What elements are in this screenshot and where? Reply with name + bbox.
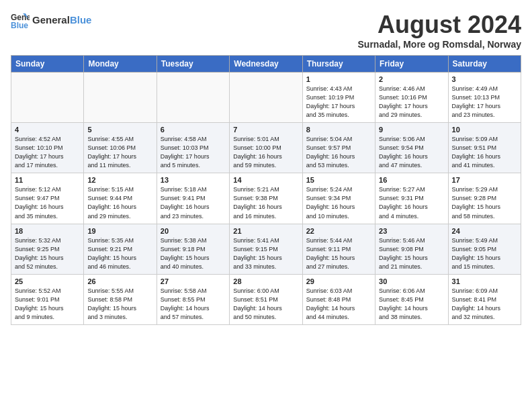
day-info: Sunrise: 5:52 AM Sunset: 9:01 PM Dayligh… [15, 287, 80, 322]
logo-icon: General Blue [11, 11, 30, 30]
calendar-week-row: 18Sunrise: 5:32 AM Sunset: 9:25 PM Dayli… [11, 224, 521, 274]
day-number: 18 [15, 227, 80, 235]
day-info: Sunrise: 5:04 AM Sunset: 9:57 PM Dayligh… [306, 135, 371, 170]
day-number: 17 [452, 176, 517, 184]
day-info: Sunrise: 6:03 AM Sunset: 8:48 PM Dayligh… [306, 287, 371, 322]
day-number: 19 [87, 227, 152, 235]
table-row: 9Sunrise: 5:06 AM Sunset: 9:54 PM Daylig… [375, 123, 448, 173]
day-number: 4 [15, 126, 80, 134]
table-row: 10Sunrise: 5:09 AM Sunset: 9:51 PM Dayli… [448, 123, 521, 173]
day-info: Sunrise: 5:27 AM Sunset: 9:31 PM Dayligh… [379, 185, 444, 220]
table-row: 24Sunrise: 5:49 AM Sunset: 9:05 PM Dayli… [448, 224, 521, 274]
day-number: 22 [306, 227, 371, 235]
day-info: Sunrise: 5:06 AM Sunset: 9:54 PM Dayligh… [379, 135, 444, 170]
day-number: 27 [161, 277, 226, 285]
day-info: Sunrise: 4:52 AM Sunset: 10:10 PM Daylig… [15, 135, 80, 170]
table-row: 5Sunrise: 4:55 AM Sunset: 10:06 PM Dayli… [84, 123, 157, 173]
header-tuesday: Tuesday [157, 56, 229, 73]
day-number: 29 [306, 277, 371, 285]
calendar-week-row: 11Sunrise: 5:12 AM Sunset: 9:47 PM Dayli… [11, 173, 521, 224]
day-info: Sunrise: 6:06 AM Sunset: 8:45 PM Dayligh… [379, 287, 444, 322]
day-number: 3 [452, 75, 517, 83]
day-number: 28 [233, 277, 298, 285]
day-number: 5 [87, 126, 152, 134]
table-row: 1Sunrise: 4:43 AM Sunset: 10:19 PM Dayli… [302, 73, 375, 123]
table-row: 15Sunrise: 5:24 AM Sunset: 9:34 PM Dayli… [302, 173, 375, 224]
table-row [230, 73, 302, 123]
table-row: 4Sunrise: 4:52 AM Sunset: 10:10 PM Dayli… [11, 123, 84, 173]
table-row [157, 73, 229, 123]
table-row: 22Sunrise: 5:44 AM Sunset: 9:11 PM Dayli… [302, 224, 375, 274]
day-info: Sunrise: 5:09 AM Sunset: 9:51 PM Dayligh… [452, 135, 517, 170]
table-row: 3Sunrise: 4:49 AM Sunset: 10:13 PM Dayli… [448, 73, 521, 123]
day-number: 31 [452, 277, 517, 285]
day-info: Sunrise: 5:29 AM Sunset: 9:28 PM Dayligh… [452, 185, 517, 220]
table-row: 26Sunrise: 5:55 AM Sunset: 8:58 PM Dayli… [84, 274, 157, 324]
table-row: 29Sunrise: 6:03 AM Sunset: 8:48 PM Dayli… [302, 274, 375, 324]
day-info: Sunrise: 5:46 AM Sunset: 9:08 PM Dayligh… [379, 236, 444, 271]
header-friday: Friday [375, 56, 448, 73]
day-number: 7 [233, 126, 298, 134]
day-number: 8 [306, 126, 371, 134]
day-number: 25 [15, 277, 80, 285]
day-number: 20 [161, 227, 226, 235]
day-info: Sunrise: 6:00 AM Sunset: 8:51 PM Dayligh… [233, 287, 298, 322]
day-number: 14 [233, 176, 298, 184]
table-row: 23Sunrise: 5:46 AM Sunset: 9:08 PM Dayli… [375, 224, 448, 274]
header-monday: Monday [84, 56, 157, 73]
day-number: 21 [233, 227, 298, 235]
day-number: 1 [306, 75, 371, 83]
calendar-table: Sunday Monday Tuesday Wednesday Thursday… [11, 55, 521, 325]
logo-general: General [32, 14, 70, 26]
day-number: 12 [87, 176, 152, 184]
table-row: 20Sunrise: 5:38 AM Sunset: 9:18 PM Dayli… [157, 224, 229, 274]
table-row: 19Sunrise: 5:35 AM Sunset: 9:21 PM Dayli… [84, 224, 157, 274]
table-row: 28Sunrise: 6:00 AM Sunset: 8:51 PM Dayli… [230, 274, 302, 324]
day-number: 24 [452, 227, 517, 235]
logo-blue: Blue [70, 14, 92, 26]
day-info: Sunrise: 5:21 AM Sunset: 9:38 PM Dayligh… [233, 185, 298, 220]
header: General Blue GeneralBlue August 2024 Sur… [11, 11, 521, 50]
header-saturday: Saturday [448, 56, 521, 73]
day-number: 13 [161, 176, 226, 184]
table-row: 31Sunrise: 6:09 AM Sunset: 8:41 PM Dayli… [448, 274, 521, 324]
day-info: Sunrise: 4:49 AM Sunset: 10:13 PM Daylig… [452, 85, 517, 120]
day-info: Sunrise: 4:55 AM Sunset: 10:06 PM Daylig… [87, 135, 152, 170]
day-number: 9 [379, 126, 444, 134]
svg-text:Blue: Blue [11, 21, 28, 30]
calendar-week-row: 1Sunrise: 4:43 AM Sunset: 10:19 PM Dayli… [11, 73, 521, 123]
table-row: 7Sunrise: 5:01 AM Sunset: 10:00 PM Dayli… [230, 123, 302, 173]
day-number: 2 [379, 75, 444, 83]
table-row: 18Sunrise: 5:32 AM Sunset: 9:25 PM Dayli… [11, 224, 84, 274]
day-info: Sunrise: 4:58 AM Sunset: 10:03 PM Daylig… [161, 135, 226, 170]
day-info: Sunrise: 5:35 AM Sunset: 9:21 PM Dayligh… [87, 236, 152, 271]
table-row: 21Sunrise: 5:41 AM Sunset: 9:15 PM Dayli… [230, 224, 302, 274]
day-info: Sunrise: 5:58 AM Sunset: 8:55 PM Dayligh… [161, 287, 226, 322]
day-info: Sunrise: 5:24 AM Sunset: 9:34 PM Dayligh… [306, 185, 371, 220]
calendar-week-row: 25Sunrise: 5:52 AM Sunset: 9:01 PM Dayli… [11, 274, 521, 324]
calendar-week-row: 4Sunrise: 4:52 AM Sunset: 10:10 PM Dayli… [11, 123, 521, 173]
day-number: 10 [452, 126, 517, 134]
header-wednesday: Wednesday [230, 56, 302, 73]
table-row: 12Sunrise: 5:15 AM Sunset: 9:44 PM Dayli… [84, 173, 157, 224]
header-thursday: Thursday [302, 56, 375, 73]
table-row: 25Sunrise: 5:52 AM Sunset: 9:01 PM Dayli… [11, 274, 84, 324]
day-number: 23 [379, 227, 444, 235]
table-row: 16Sunrise: 5:27 AM Sunset: 9:31 PM Dayli… [375, 173, 448, 224]
day-number: 16 [379, 176, 444, 184]
table-row: 6Sunrise: 4:58 AM Sunset: 10:03 PM Dayli… [157, 123, 229, 173]
table-row [11, 73, 84, 123]
day-info: Sunrise: 5:32 AM Sunset: 9:25 PM Dayligh… [15, 236, 80, 271]
day-info: Sunrise: 5:38 AM Sunset: 9:18 PM Dayligh… [161, 236, 226, 271]
header-sunday: Sunday [11, 56, 84, 73]
table-row: 14Sunrise: 5:21 AM Sunset: 9:38 PM Dayli… [230, 173, 302, 224]
logo: General Blue GeneralBlue [11, 11, 91, 30]
day-info: Sunrise: 5:44 AM Sunset: 9:11 PM Dayligh… [306, 236, 371, 271]
table-row: 17Sunrise: 5:29 AM Sunset: 9:28 PM Dayli… [448, 173, 521, 224]
calendar-title: August 2024 [358, 11, 522, 39]
day-number: 15 [306, 176, 371, 184]
day-info: Sunrise: 6:09 AM Sunset: 8:41 PM Dayligh… [452, 287, 517, 322]
day-number: 11 [15, 176, 80, 184]
day-info: Sunrise: 5:41 AM Sunset: 9:15 PM Dayligh… [233, 236, 298, 271]
table-row: 27Sunrise: 5:58 AM Sunset: 8:55 PM Dayli… [157, 274, 229, 324]
